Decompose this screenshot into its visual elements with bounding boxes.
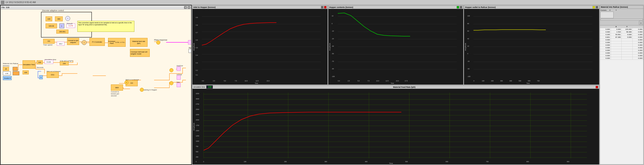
cell-4-4: 0.000 (632, 36, 644, 38)
node-3 (170, 68, 174, 72)
cell-8-2 (611, 47, 622, 49)
sim-time-display-value: 100 (206, 85, 213, 89)
svg-text:200: 200 (284, 161, 287, 162)
table-row-3: 0.345 93.561 0.000 0.000 (600, 33, 643, 36)
svg-text:300: 300 (324, 161, 327, 162)
svg-text:2750: 2750 (196, 103, 199, 105)
discrete-adaptive-label: Discrete adaptive control (42, 10, 64, 12)
table-row-9: 0.000 0.000 (600, 49, 643, 52)
hopper-contents-btn-1[interactable] (456, 6, 459, 9)
svg-text:0.2: 0.2 (196, 70, 198, 71)
block-326: 326.08 (46, 24, 57, 28)
feed-rate-header-left: simulation time 100 (193, 85, 213, 89)
convert-tonnes-block: 3600 (111, 84, 123, 91)
seconds-label: Seconds (36, 67, 44, 68)
node-1: + (124, 81, 128, 84)
sum-node-2: + (82, 40, 86, 45)
svg-text:0.4: 0.4 (196, 54, 198, 56)
hopper-outlet-chart: Hopper outlet to Railcar (tonnes) Amplit… (464, 5, 599, 85)
cursor-scrollbar[interactable] (600, 19, 643, 20)
table-row-2: 0.000 1.534 98.466 0.000 (600, 31, 643, 33)
svg-text:500: 500 (405, 161, 408, 162)
svg-text:0.1: 0.1 (196, 74, 198, 76)
left-indicator-2 (13, 71, 19, 75)
svg-text:3250: 3250 (196, 93, 199, 94)
svg-text:0.8: 0.8 (196, 24, 198, 26)
cell-8-1: 0.000 (600, 47, 611, 49)
feed-rate-title: Material Feed Rate (tph) (393, 86, 416, 88)
cell-7-2 (611, 44, 622, 46)
main-container: File Edit ▤ ▥ (0, 5, 644, 165)
cursors-label: Cursors (600, 9, 606, 11)
bd-corner-btn-1[interactable]: ▤ (184, 6, 187, 9)
svg-text:-30: -30 (332, 45, 334, 47)
hopper-outlet-btn-2[interactable] (596, 6, 598, 9)
train-speed-block: ⊡⊡ (43, 39, 54, 44)
cell-10-3 (622, 52, 632, 54)
cell-4-2: 87.380 (611, 36, 622, 38)
svg-text:15.0: 15.0 (266, 80, 270, 82)
feed-rate-btn[interactable] (596, 86, 598, 88)
cell-9-4: 0.000 (632, 49, 644, 52)
svg-text:40: 40 (467, 38, 469, 40)
svg-text:100: 100 (244, 161, 246, 162)
cell-6-3 (622, 41, 632, 44)
xtxt-block: x.txt (3, 71, 10, 75)
sim-time-block: Simulation Time (22, 60, 35, 69)
hopper-chart-plot: 10 0 -10 -20 -30 -50 -70 -90 -100 0.0 2.… (331, 9, 464, 84)
svg-text:Time: Time (390, 83, 394, 84)
cell-10-1: 0.000 (600, 52, 611, 54)
feed-rate-svg: 3250 3000 2750 2500 2250 2000 1750 1500 … (195, 89, 599, 164)
cell-4-1: 6.801 (600, 36, 611, 38)
plant-response-label: Plant response (154, 39, 167, 41)
svg-text:15.0: 15.0 (396, 80, 399, 82)
material-railcar-table-header: Material into Railcar (tonnes) (600, 6, 643, 9)
svg-text:-60: -60 (467, 68, 470, 70)
hopper-outlet-plot: 100 80 60 40 20 0 -20 -60 -100 0 100 200 (467, 9, 599, 84)
svg-text:400: 400 (365, 161, 368, 162)
cursors-row: Cursors X Y (600, 9, 643, 11)
svg-text:12.5: 12.5 (386, 80, 389, 82)
cell-11-2 (611, 54, 622, 57)
col-header-1 (600, 26, 611, 28)
cell-3-1: 0.345 (600, 33, 611, 36)
inlet-chart-btn-2[interactable] (324, 6, 326, 9)
svg-text:-70: -70 (332, 61, 334, 62)
svg-text:Time: Time (389, 162, 393, 164)
svg-text:500: 500 (196, 151, 198, 152)
svg-text:5.0: 5.0 (358, 80, 360, 82)
material-feed-rate-chart: simulation time 100 Material Feed Rate (… (192, 85, 599, 164)
bd-menu-file[interactable]: File (2, 6, 5, 9)
hopper-outlet-btn-1[interactable] (592, 6, 595, 9)
cell-10-2 (611, 52, 622, 54)
svg-text:1250: 1250 (196, 135, 199, 137)
inlet-chart-btn-1[interactable] (321, 6, 324, 9)
cell-10-4: 0.000 (632, 52, 644, 54)
hopper-contents-btn-2[interactable] (460, 6, 462, 9)
cell-6-1: 0.000 (600, 41, 611, 44)
conveyor-belt-block: Conveyor belt load cell weigher model (130, 49, 150, 57)
svg-text:7.5: 7.5 (367, 80, 370, 82)
material-feed-rate-block: Material feed rate (tph) (130, 38, 148, 47)
block-diagram-panel: File Edit ▤ ▥ (0, 5, 192, 165)
hopper-chart-svg: 10 0 -10 -20 -30 -50 -70 -90 -100 0.0 2.… (331, 9, 464, 84)
bd-menu-edit[interactable]: Edit (6, 6, 10, 9)
col-header-y: Y (622, 26, 632, 28)
hop-block (177, 83, 180, 87)
cell-2-4: 0.000 (632, 31, 644, 33)
table-row-11: 0.000 0.000 (600, 54, 643, 57)
table-row-8: 0.000 0.000 (600, 47, 643, 49)
svg-text:700: 700 (486, 161, 488, 162)
x-100-block: 100 (60, 61, 68, 65)
svg-text:-50: -50 (332, 53, 334, 54)
bd-corner-btn-2[interactable]: ▥ (188, 6, 190, 9)
plant-response-indicator (188, 40, 192, 45)
cell-1-4: 0.000 (632, 28, 644, 31)
node-5 (140, 88, 144, 92)
svg-text:0: 0 (467, 53, 468, 54)
svg-text:0: 0 (332, 23, 332, 24)
svg-text:0.7: 0.7 (196, 32, 198, 33)
svg-text:-20: -20 (467, 61, 470, 62)
crosshair-btn[interactable]: ◇ (639, 21, 643, 25)
cell-7-4: 0.000 (632, 44, 644, 46)
